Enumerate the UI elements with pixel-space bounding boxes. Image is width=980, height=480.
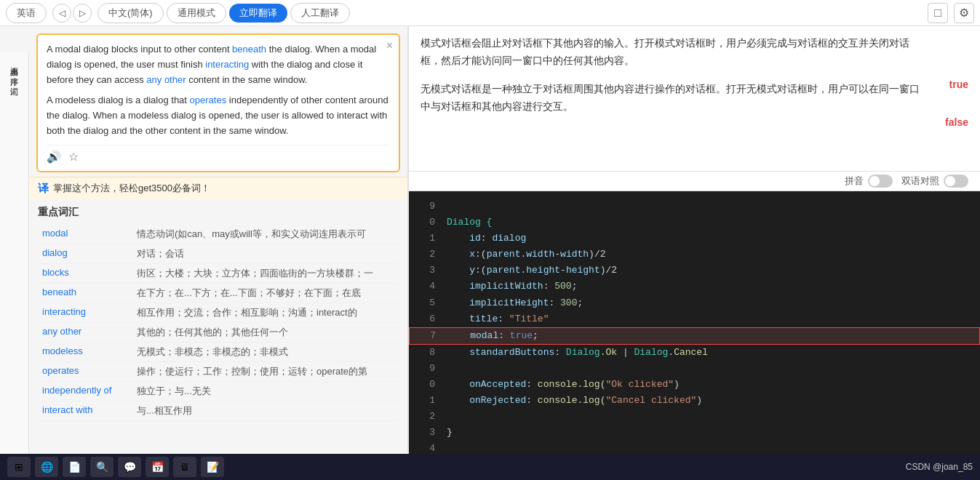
taskbar-msg[interactable]: 💬 — [118, 457, 141, 477]
vocab-row-7: operates 操作；使运行；工作；控制；使用；运转；operate的第 — [38, 361, 399, 381]
line-content-9b — [447, 361, 974, 377]
code-line-2b: 2 — [409, 409, 980, 425]
vocab-word-2[interactable]: blocks — [38, 263, 132, 283]
line-num-8: 8 — [415, 345, 435, 361]
taskbar-windows[interactable]: ⊞ — [7, 457, 31, 477]
right-controls: 拼音 双语对照 — [409, 172, 980, 191]
vocab-row-0: modal 情态动词(如can、may或will等，和实义动词连用表示可 — [38, 225, 399, 244]
nav-next[interactable]: ▷ — [73, 4, 92, 23]
taskbar-app4[interactable]: 📝 — [201, 457, 224, 477]
left-wrapper: 土小词典 排序 词汇 × A modal dialog blocks input… — [0, 26, 407, 480]
vocab-word-6[interactable]: modeless — [38, 342, 132, 361]
card-para2: A modeless dialog is a dialog that opera… — [47, 93, 390, 138]
code-line-3: 3 y:(parent.height-height)/2 — [409, 263, 980, 279]
vocab-row-1: dialog 对话；会话 — [38, 244, 399, 263]
code-line-5: 5 implicitHeight: 300; — [409, 295, 980, 311]
star-icon[interactable]: ☆ — [68, 150, 79, 164]
tab-mode[interactable]: 通用模式 — [167, 3, 226, 23]
code-line-0b: 0 onAccepted: console.log("Ok clicked") — [409, 377, 980, 393]
sidebar-item-vocab[interactable]: 词汇 — [9, 79, 20, 84]
code-line-3b: 3 } — [409, 425, 980, 441]
taskbar-app1[interactable]: 📄 — [63, 457, 86, 477]
vocab-meaning-3: 在下方；在...下方；在...下面；不够好；在下面；在底 — [132, 283, 399, 303]
tab-human[interactable]: 人工翻译 — [290, 3, 350, 23]
vocab-word-7[interactable]: operates — [38, 361, 132, 381]
left-main: × A modal dialog blocks input to other c… — [29, 26, 407, 480]
line-content-0b: onAccepted: console.log("Ok clicked") — [447, 377, 974, 393]
label-true: true — [949, 79, 968, 90]
line-num-1b: 1 — [415, 393, 435, 409]
nav-arrows: ◁ ▷ — [52, 4, 92, 23]
app-wrapper: 英语 ◁ ▷ 中文(简体) 通用模式 立即翻译 人工翻译 □ ⚙ 土小词典 排序… — [0, 0, 980, 480]
line-content-3: y:(parent.height-height)/2 — [447, 263, 974, 279]
line-num-4: 4 — [415, 279, 435, 295]
word-any-other[interactable]: any other — [146, 74, 186, 85]
translate-icon: 译 — [38, 182, 49, 196]
line-num-0b: 0 — [415, 377, 435, 393]
line-content-4: implicitWidth: 500; — [447, 279, 974, 295]
taskbar-app2[interactable]: 📅 — [146, 457, 169, 477]
taskbar-search[interactable]: 🔍 — [90, 457, 113, 477]
promo-text[interactable]: 掌握这个方法，轻松get3500必备词！ — [53, 182, 210, 195]
word-interacting[interactable]: interacting — [205, 59, 249, 70]
line-num-3b: 3 — [415, 425, 435, 441]
code-line-1b: 1 onRejected: console.log("Cancel clicke… — [409, 393, 980, 409]
line-content-1: id: dialog — [447, 231, 974, 247]
window-icon[interactable]: □ — [928, 3, 948, 23]
line-num-7: 7 — [415, 328, 436, 344]
bilingual-label: 双语对照 — [901, 175, 939, 188]
vocab-word-5[interactable]: any other — [38, 322, 132, 342]
translation-right: 模式对话框会阻止对对话框下其他内容的输入。打开模式对话框时，用户必须完成与对话框… — [409, 26, 980, 172]
card-actions: 🔊 ☆ — [47, 145, 390, 164]
line-num-6: 6 — [415, 311, 435, 327]
tab-english[interactable]: 英语 — [6, 3, 47, 23]
close-icon[interactable]: × — [386, 39, 393, 52]
line-content-0a: Dialog { — [447, 215, 974, 231]
code-line-2: 2 x:(parent.width-width)/2 — [409, 247, 980, 263]
word-operates[interactable]: operates — [190, 95, 227, 105]
vocab-meaning-1: 对话；会话 — [132, 244, 399, 263]
line-content-3b: } — [447, 425, 974, 441]
vocab-row-2: blocks 街区；大楼；大块；立方体；四面临街的一方块楼群；一 — [38, 263, 399, 283]
taskbar: ⊞ 🌐 📄 🔍 💬 📅 🖥 📝 CSDN @joan_85 — [0, 454, 980, 480]
vocab-meaning-0: 情态动词(如can、may或will等，和实义动词连用表示可 — [132, 225, 399, 244]
vocab-word-8[interactable]: independently of — [38, 381, 132, 401]
vocab-word-9[interactable]: interact with — [38, 401, 132, 420]
vocab-word-1[interactable]: dialog — [38, 244, 132, 263]
vocab-row-6: modeless 无模式；非模态；非模态的；非模式 — [38, 342, 399, 361]
code-line-9: 9 — [409, 199, 980, 215]
gear-icon[interactable]: ⚙ — [954, 3, 974, 23]
content-area: 土小词典 排序 词汇 × A modal dialog blocks input… — [0, 26, 980, 480]
pinyin-toggle[interactable] — [868, 175, 893, 188]
line-content-8: standardButtons: Dialog.Ok | Dialog.Canc… — [447, 345, 974, 361]
code-line-0: 0 Dialog { — [409, 215, 980, 231]
taskbar-browser1[interactable]: 🌐 — [35, 457, 58, 477]
line-num-9b: 9 — [415, 361, 435, 377]
translation-text: 模式对话框会阻止对对话框下其他内容的输入。打开模式对话框时，用户必须完成与对话框… — [421, 35, 923, 162]
line-num-5: 5 — [415, 295, 435, 311]
vocab-table: modal 情态动词(如can、may或will等，和实义动词连用表示可 dia… — [38, 225, 399, 421]
sidebar-item-sort[interactable]: 排序 — [9, 68, 20, 74]
section-title: 重点词汇 — [38, 206, 79, 219]
tab-translate[interactable]: 立即翻译 — [229, 4, 287, 23]
vocab-row-5: any other 其他的；任何其他的；其他任何一个 — [38, 322, 399, 342]
taskbar-app3[interactable]: 🖥 — [173, 457, 196, 477]
vocab-word-3[interactable]: beneath — [38, 283, 132, 303]
sidebar-item-dict[interactable]: 土小词典 — [9, 58, 20, 64]
vocab-word-0[interactable]: modal — [38, 225, 132, 244]
bilingual-toggle[interactable] — [944, 175, 968, 188]
line-num-1: 1 — [415, 231, 435, 247]
line-content-2: x:(parent.width-width)/2 — [447, 247, 974, 263]
vocab-section: 重点词汇 modal 情态动词(如can、may或will等，和实义动词连用表示… — [29, 200, 407, 421]
vocab-meaning-2: 街区；大楼；大块；立方体；四面临街的一方块楼群；一 — [132, 263, 399, 283]
audio-icon[interactable]: 🔊 — [47, 150, 61, 164]
tab-chinese[interactable]: 中文(简体) — [97, 3, 164, 23]
sidebar-mini: 土小词典 排序 词汇 — [0, 52, 29, 474]
code-editor[interactable]: 9 0 Dialog { 1 id: dialog 2 x:(parent.wi… — [409, 191, 980, 480]
nav-prev[interactable]: ◁ — [52, 4, 71, 23]
label-false: false — [945, 116, 968, 128]
vocab-word-4[interactable]: interacting — [38, 303, 132, 322]
word-beneath[interactable]: beneath — [232, 44, 266, 55]
vocab-meaning-8: 独立于；与...无关 — [132, 381, 399, 401]
card-para1: A modal dialog blocks input to other con… — [47, 42, 390, 87]
